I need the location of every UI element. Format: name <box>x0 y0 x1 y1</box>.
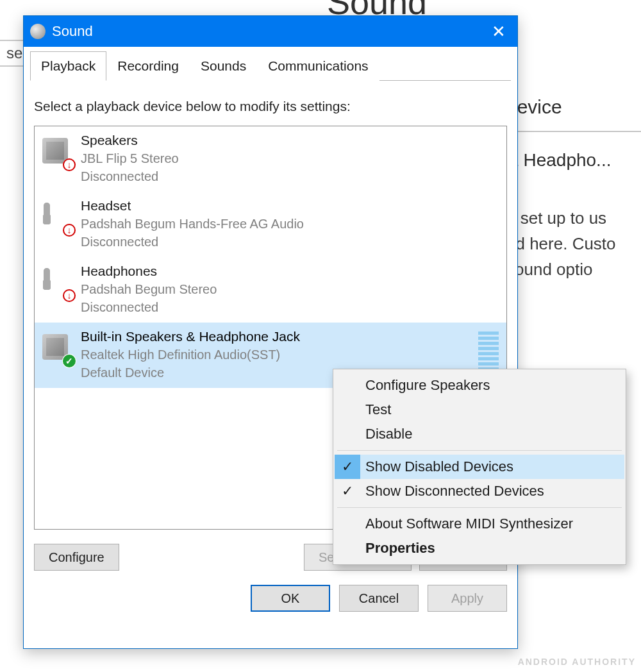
menu-item[interactable]: ✓Show Disabled Devices <box>335 455 624 479</box>
dialog-title: Sound <box>52 23 480 40</box>
menu-item-label: Configure Speakers <box>365 377 490 393</box>
speaker-icon <box>42 138 73 169</box>
check-icon <box>63 355 76 367</box>
device-item[interactable]: SpeakersJBL Flip 5 StereoDisconnected <box>35 126 506 192</box>
menu-item[interactable]: Disable <box>335 422 624 446</box>
device-title: Speakers <box>81 133 499 148</box>
text-fragment: e set up to us <box>506 208 606 228</box>
menu-item[interactable]: About Software MIDI Synthesizer <box>335 512 624 536</box>
device-item[interactable]: HeadsetPadshah Begum Hands-Free AG Audio… <box>35 192 506 257</box>
device-title: Headphones <box>81 264 499 279</box>
menu-item-label: Show Disconnected Devices <box>365 483 544 499</box>
down-arrow-icon <box>63 158 76 171</box>
check-icon: ✓ <box>335 455 360 479</box>
device-status: Disconnected <box>81 167 499 185</box>
menu-item-label: Properties <box>365 540 435 556</box>
close-button[interactable]: ✕ <box>480 16 517 47</box>
menu-item[interactable]: ✓Show Disconnected Devices <box>335 479 624 503</box>
check-icon <box>335 398 360 422</box>
check-icon: ✓ <box>335 479 360 503</box>
apply-button[interactable]: Apply <box>428 585 507 612</box>
watermark: ANDROID AUTHORITY <box>518 657 636 667</box>
down-arrow-icon <box>63 289 76 302</box>
cancel-button[interactable]: Cancel <box>339 585 419 612</box>
device-context-menu[interactable]: Configure SpeakersTestDisable✓Show Disab… <box>333 369 626 565</box>
menu-item-label: Disable <box>365 426 412 442</box>
menu-separator <box>337 450 622 451</box>
device-item[interactable]: HeadphonesPadshah Begum StereoDisconnect… <box>35 257 506 323</box>
tab-recording[interactable]: Recording <box>106 51 190 81</box>
device-subtitle: Realtek High Definition Audio(SST) <box>81 346 474 364</box>
instruction-text: Select a playback device below to modify… <box>34 99 507 114</box>
device-subtitle: JBL Flip 5 Stereo <box>81 149 499 167</box>
text-fragment: ed here. Custo <box>506 234 616 253</box>
device-status: Disconnected <box>81 233 499 251</box>
ok-button[interactable]: OK <box>251 585 330 612</box>
check-icon <box>335 536 360 560</box>
menu-separator <box>337 507 622 508</box>
menu-item[interactable]: Test <box>335 398 624 422</box>
tab-strip: PlaybackRecordingSoundsCommunications <box>30 51 511 80</box>
output-device-heading-fragment: device <box>506 96 641 118</box>
dialog-titlebar[interactable]: Sound ✕ <box>24 16 517 47</box>
sound-icon <box>30 24 46 39</box>
menu-item-label: Show Disabled Devices <box>365 458 513 475</box>
settings-right-panel: device & Headpho... e set up to used her… <box>506 96 641 282</box>
device-subtitle: Padshah Begum Stereo <box>81 280 499 298</box>
check-icon <box>335 512 360 536</box>
device-title: Headset <box>81 198 499 214</box>
speaker-icon <box>42 334 73 365</box>
menu-item-label: About Software MIDI Synthesizer <box>365 516 573 532</box>
tab-playback[interactable]: Playback <box>30 51 106 81</box>
headset-icon <box>42 203 73 234</box>
menu-item[interactable]: Configure Speakers <box>335 373 624 398</box>
check-icon <box>335 373 360 398</box>
menu-item[interactable]: Properties <box>335 536 624 560</box>
device-status: Disconnected <box>81 298 499 316</box>
menu-item-label: Test <box>365 401 391 417</box>
tab-sounds[interactable]: Sounds <box>190 51 257 81</box>
close-icon: ✕ <box>492 22 506 42</box>
headset-icon <box>42 269 73 299</box>
device-subtitle: Padshah Begum Hands-Free AG Audio <box>81 215 499 233</box>
output-device-dropdown-fragment: & Headpho... <box>506 150 641 171</box>
check-icon <box>335 422 360 446</box>
configure-button[interactable]: Configure <box>34 544 119 571</box>
tab-communications[interactable]: Communications <box>257 51 379 81</box>
down-arrow-icon <box>63 224 76 237</box>
device-title: Built-in Speakers & Headphone Jack <box>81 329 474 344</box>
text-fragment: sound optio <box>506 260 592 279</box>
